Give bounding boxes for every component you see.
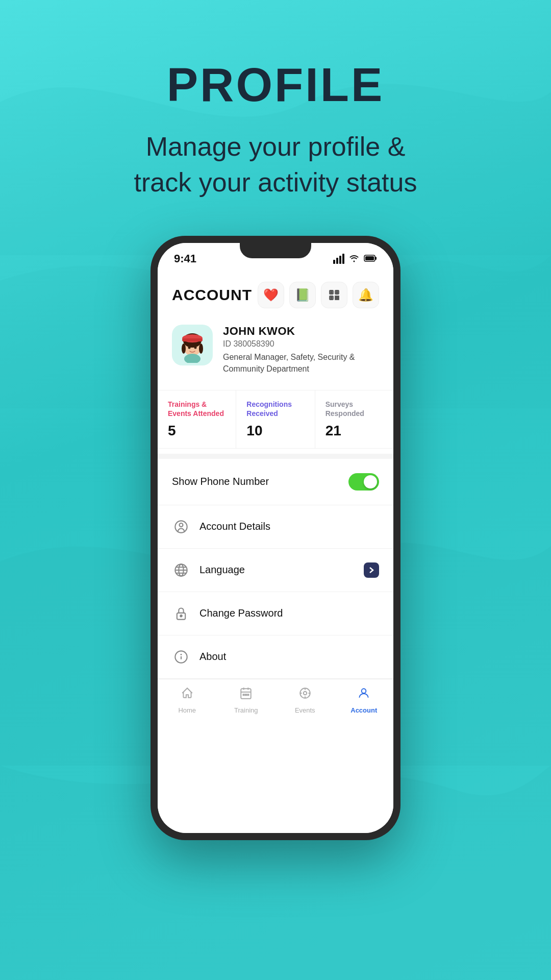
- app-header-title: ACCOUNT: [172, 286, 252, 304]
- svg-point-22: [199, 344, 203, 354]
- home-icon: [181, 687, 194, 703]
- svg-rect-12: [335, 298, 337, 300]
- status-bar: 9:41: [158, 243, 393, 272]
- heart-rate-button[interactable]: ❤️: [258, 282, 284, 308]
- stat-trainings: Trainings &Events Attended 5: [158, 390, 236, 448]
- svg-point-43: [304, 691, 307, 695]
- lock-icon: [172, 604, 190, 623]
- svg-point-48: [362, 689, 366, 693]
- svg-rect-11: [337, 296, 339, 298]
- toggle-knob: [364, 475, 377, 488]
- stat-trainings-label: Trainings &Events Attended: [168, 400, 226, 418]
- qr-code-button[interactable]: [321, 282, 347, 308]
- menu-account-details-label: Account Details: [199, 521, 379, 532]
- svg-point-24: [180, 523, 183, 527]
- phone-mockup: 9:41: [0, 236, 551, 840]
- status-time: 9:41: [174, 252, 196, 265]
- stat-surveys: SurveysResponded 21: [315, 390, 393, 448]
- svg-rect-40: [245, 694, 246, 695]
- header-icons: ❤️ 📗: [258, 282, 379, 308]
- nav-account-label: Account: [350, 706, 377, 714]
- stat-recognitions: RecognitionsReceived 10: [236, 390, 315, 448]
- notch: [240, 243, 311, 258]
- profile-id: ID 380058390: [223, 339, 379, 349]
- toggle-label: Show Phone Number: [172, 476, 269, 487]
- wifi-icon: [348, 253, 360, 265]
- section-divider-1: [158, 454, 393, 459]
- menu-item-language[interactable]: Language: [158, 549, 393, 592]
- signal-icon: [333, 254, 344, 264]
- phone-inner: 9:41: [158, 243, 393, 833]
- menu-item-account-details[interactable]: Account Details: [158, 505, 393, 549]
- svg-rect-7: [336, 291, 338, 293]
- menu-about-label: About: [199, 651, 379, 663]
- svg-rect-6: [331, 291, 332, 293]
- status-icons: [333, 253, 377, 265]
- nav-item-account[interactable]: Account: [335, 687, 394, 714]
- nav-events-label: Events: [295, 706, 315, 714]
- globe-icon: [172, 561, 190, 579]
- bottom-nav: Home: [158, 679, 393, 726]
- nav-training-label: Training: [234, 706, 258, 714]
- app-header: ACCOUNT ❤️ 📗: [158, 272, 393, 316]
- svg-rect-35: [241, 689, 252, 699]
- menu-language-label: Language: [199, 564, 355, 576]
- training-icon: [239, 687, 253, 703]
- screen-content: ACCOUNT ❤️ 📗: [158, 272, 393, 833]
- contacts-button[interactable]: 📗: [289, 282, 316, 308]
- stat-recognitions-value: 10: [246, 423, 304, 439]
- svg-point-21: [182, 344, 186, 354]
- menu-item-change-password[interactable]: Change Password: [158, 592, 393, 635]
- svg-rect-18: [182, 338, 203, 341]
- profile-role: General Manager, Safety, Security &Commu…: [223, 352, 379, 375]
- info-circle-icon: [172, 648, 190, 666]
- nav-home-label: Home: [178, 706, 196, 714]
- profile-name: JOHN KWOK: [223, 325, 379, 338]
- header-section: PROFILE Manage your profile &track your …: [0, 0, 551, 200]
- nav-item-events[interactable]: Events: [276, 687, 335, 714]
- toggle-row: Show Phone Number: [158, 459, 393, 505]
- page-subtitle: Manage your profile &track your activity…: [0, 129, 551, 200]
- account-nav-icon: [357, 687, 370, 703]
- svg-rect-39: [243, 694, 244, 695]
- svg-rect-1: [375, 257, 377, 260]
- battery-icon: [364, 254, 377, 264]
- svg-rect-8: [331, 297, 332, 299]
- events-icon: [298, 687, 312, 703]
- menu-item-about[interactable]: About: [158, 635, 393, 679]
- user-circle-icon: [172, 518, 190, 536]
- svg-point-19: [188, 347, 191, 349]
- svg-point-20: [194, 347, 197, 349]
- svg-point-15: [184, 354, 201, 363]
- page-title: PROFILE: [0, 61, 551, 108]
- svg-rect-2: [365, 256, 374, 260]
- avatar: [172, 325, 213, 365]
- stats-section: Trainings &Events Attended 5 Recognition…: [158, 390, 393, 448]
- language-arrow-button[interactable]: [364, 562, 379, 578]
- nav-item-training[interactable]: Training: [217, 687, 276, 714]
- profile-section: JOHN KWOK ID 380058390 General Manager, …: [158, 316, 393, 385]
- stat-surveys-label: SurveysResponded: [325, 400, 383, 418]
- stat-recognitions-label: RecognitionsReceived: [246, 400, 304, 418]
- nav-item-home[interactable]: Home: [158, 687, 217, 714]
- svg-rect-13: [337, 298, 339, 300]
- stat-trainings-value: 5: [168, 423, 226, 439]
- svg-rect-41: [248, 694, 249, 695]
- profile-info: JOHN KWOK ID 380058390 General Manager, …: [223, 325, 379, 375]
- phone-outer: 9:41: [151, 236, 400, 840]
- toggle-switch[interactable]: [348, 473, 379, 491]
- stat-surveys-value: 21: [325, 423, 383, 439]
- svg-point-31: [180, 615, 182, 617]
- svg-rect-10: [335, 296, 337, 298]
- menu-change-password-label: Change Password: [199, 607, 379, 619]
- bell-button[interactable]: 🔔: [353, 282, 379, 308]
